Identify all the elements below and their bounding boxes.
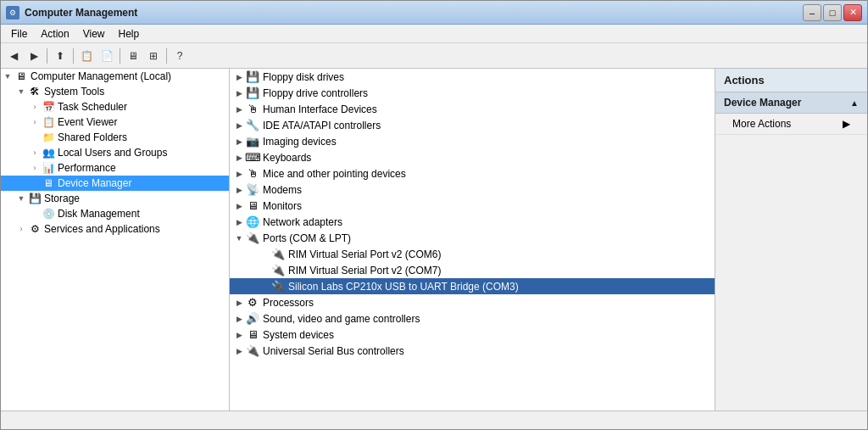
rim-com7-label: RIM Virtual Serial Port v2 (COM7)	[288, 265, 442, 276]
keyboard-icon: ⌨	[245, 151, 260, 164]
more-actions-arrow: ▶	[843, 118, 850, 130]
services-label: Services and Applications	[44, 223, 160, 235]
processor-icon: ⚙	[245, 296, 260, 309]
expand-imaging: ▶	[233, 137, 245, 146]
sidebar-item-shared-folders[interactable]: 📁 Shared Folders	[1, 130, 229, 145]
sidebar-item-services[interactable]: › ⚙ Services and Applications	[1, 221, 229, 237]
expand-network: ▶	[233, 218, 245, 226]
device-usb[interactable]: ▶ 🔌 Universal Serial Bus controllers	[230, 343, 715, 359]
device-keyboards[interactable]: ▶ ⌨ Keyboards	[230, 149, 715, 165]
sidebar-item-device-manager[interactable]: 🖥 Device Manager	[1, 176, 229, 191]
device-rim-com6[interactable]: 🔌 RIM Virtual Serial Port v2 (COM6)	[230, 246, 715, 262]
disk-management-icon: 💿	[42, 208, 55, 220]
toolbar: ◀ ▶ ⬆ 📋 📄 🖥 ⊞ ?	[1, 43, 867, 69]
device-monitors[interactable]: ▶ 🖥 Monitors	[230, 198, 715, 214]
rim-com6-label: RIM Virtual Serial Port v2 (COM6)	[288, 249, 442, 260]
sidebar-item-performance[interactable]: › 📊 Performance	[1, 160, 229, 176]
left-panel: ▼ 🖥 Computer Management (Local) ▼ 🛠 Syst…	[1, 69, 230, 410]
hid-label: Human Interface Devices	[263, 103, 377, 115]
help-button[interactable]: ?	[170, 47, 189, 65]
system-icon: 🖥	[245, 328, 260, 341]
processors-label: Processors	[263, 297, 314, 309]
expand-monitors: ▶	[233, 202, 245, 210]
window-title: Computer Management	[25, 7, 803, 19]
imaging-label: Imaging devices	[263, 136, 337, 148]
device-floppy-disks[interactable]: ▶ 💾 Floppy disk drives	[230, 69, 715, 85]
menu-help[interactable]: Help	[112, 26, 147, 42]
sidebar-item-event-viewer[interactable]: › 📋 Event Viewer	[1, 114, 229, 130]
network-label: Network adapters	[263, 216, 342, 228]
floppy-disks-label: Floppy disk drives	[263, 71, 344, 83]
expand-sound: ▶	[233, 315, 245, 323]
ports-icon: 🔌	[245, 232, 260, 244]
sidebar-item-local-users[interactable]: › 👥 Local Users and Groups	[1, 145, 229, 160]
forward-button[interactable]: ▶	[25, 47, 43, 65]
expand-modems: ▶	[233, 186, 245, 194]
tree-root-label: Computer Management (Local)	[31, 70, 171, 82]
task-scheduler-label: Task Scheduler	[58, 101, 127, 113]
network-icon: 🌐	[245, 215, 260, 228]
task-scheduler-icon: 📅	[42, 101, 55, 113]
silicon-labs-icon: 🔌	[270, 280, 286, 293]
device-sound[interactable]: ▶ 🔊 Sound, video and game controllers	[230, 310, 715, 327]
show-hide-button[interactable]: 📋	[77, 47, 96, 65]
tree-system-tools[interactable]: ▼ 🛠 System Tools	[1, 84, 229, 99]
menu-action[interactable]: Action	[34, 26, 75, 42]
device-floppy-controllers[interactable]: ▶ 💾 Floppy drive controllers	[230, 85, 715, 101]
menu-file[interactable]: File	[4, 26, 34, 42]
monitor-icon: 🖥	[245, 199, 260, 212]
hid-icon: 🖱	[245, 103, 260, 115]
device-rim-com7[interactable]: 🔌 RIM Virtual Serial Port v2 (COM7)	[230, 262, 715, 278]
shared-folders-label: Shared Folders	[58, 131, 127, 143]
back-button[interactable]: ◀	[4, 47, 23, 65]
actions-section-title-device-manager[interactable]: Device Manager ▲	[715, 92, 867, 114]
expand-floppy-disks: ▶	[233, 73, 245, 81]
device-imaging[interactable]: ▶ 📷 Imaging devices	[230, 133, 715, 149]
actions-panel: Actions Device Manager ▲ More Actions ▶	[715, 69, 867, 410]
tree-root[interactable]: ▼ 🖥 Computer Management (Local)	[1, 69, 229, 84]
minimize-button[interactable]: –	[803, 4, 821, 21]
device-processors[interactable]: ▶ ⚙ Processors	[230, 294, 715, 310]
window-icon: ⚙	[6, 6, 19, 20]
console-button[interactable]: 🖥	[124, 47, 142, 65]
usb-icon: 🔌	[245, 344, 260, 357]
toolbar-separator-3	[120, 48, 120, 64]
device-ports[interactable]: ▼ 🔌 Ports (COM & LPT)	[230, 230, 715, 246]
device-system[interactable]: ▶ 🖥 System devices	[230, 327, 715, 343]
modem-icon: 📡	[245, 183, 260, 196]
mice-label: Mice and other pointing devices	[263, 168, 406, 180]
sidebar-item-task-scheduler[interactable]: › 📅 Task Scheduler	[1, 99, 229, 114]
device-ide[interactable]: ▶ 🔧 IDE ATA/ATAPI controllers	[230, 117, 715, 133]
shared-folders-icon: 📁	[42, 131, 55, 143]
expand-local-users: ›	[28, 148, 42, 157]
system-tools-label: System Tools	[44, 86, 104, 98]
expand-hid: ▶	[233, 105, 245, 114]
properties-button[interactable]: 📄	[97, 47, 116, 65]
device-silicon-labs[interactable]: 🔌 Silicon Labs CP210x USB to UART Bridge…	[230, 278, 715, 294]
device-hid[interactable]: ▶ 🖱 Human Interface Devices	[230, 101, 715, 117]
window-button[interactable]: ⊞	[144, 47, 163, 65]
content-area: ▼ 🖥 Computer Management (Local) ▼ 🛠 Syst…	[1, 69, 867, 410]
actions-more-actions[interactable]: More Actions ▶	[715, 114, 867, 135]
more-actions-label: More Actions	[732, 118, 791, 130]
device-modems[interactable]: ▶ 📡 Modems	[230, 181, 715, 198]
performance-label: Performance	[58, 162, 116, 174]
window-controls: – □ ✕	[803, 4, 862, 21]
device-mice[interactable]: ▶ 🖱 Mice and other pointing devices	[230, 165, 715, 181]
tree-expand-root: ▼	[1, 72, 14, 81]
device-network[interactable]: ▶ 🌐 Network adapters	[230, 214, 715, 230]
close-button[interactable]: ✕	[843, 4, 862, 21]
sidebar-item-disk-management[interactable]: 💿 Disk Management	[1, 206, 229, 221]
menu-view[interactable]: View	[76, 26, 112, 42]
maximize-button[interactable]: □	[823, 4, 842, 21]
actions-header: Actions	[715, 69, 867, 92]
rim-com7-icon: 🔌	[270, 264, 286, 276]
floppy-controller-icon: 💾	[245, 87, 260, 99]
expand-event-viewer: ›	[28, 118, 42, 126]
actions-section-title-label: Device Manager	[724, 97, 801, 109]
performance-icon: 📊	[42, 162, 55, 174]
sidebar-item-storage[interactable]: ▼ 💾 Storage	[1, 191, 229, 206]
rim-com6-icon: 🔌	[270, 248, 286, 260]
up-button[interactable]: ⬆	[51, 47, 70, 65]
device-manager-label: Device Manager	[58, 177, 131, 189]
